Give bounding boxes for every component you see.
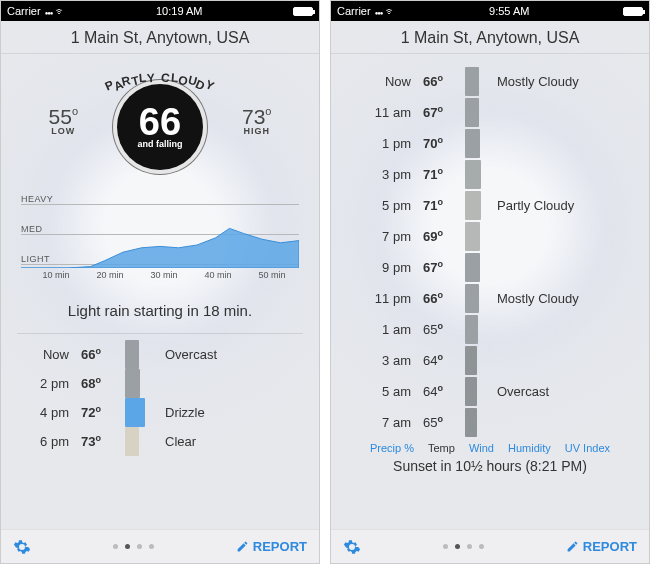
tab-uv[interactable]: UV Index: [565, 442, 610, 454]
hour-condition: Drizzle: [157, 405, 291, 420]
address-bar[interactable]: 1 Main St, Anytown, USA: [1, 21, 319, 54]
hour-row[interactable]: 9 pm67o: [367, 252, 613, 283]
hour-time: 3 am: [367, 353, 423, 368]
hour-time: 1 am: [367, 322, 423, 337]
hour-bar: [465, 408, 477, 437]
hour-condition: Mostly Cloudy: [489, 291, 613, 306]
hour-temp: 70o: [423, 135, 457, 151]
hour-row[interactable]: 1 am65o: [367, 314, 613, 345]
footer-bar: REPORT: [1, 529, 319, 563]
hour-bar: [465, 253, 480, 282]
hour-row[interactable]: 6 pm73oClear: [29, 427, 291, 456]
precip-area: [21, 196, 299, 268]
hour-temp: 71o: [423, 166, 457, 182]
hour-time: 1 pm: [367, 136, 423, 151]
hour-row[interactable]: 3 pm71o: [367, 159, 613, 190]
address-bar[interactable]: 1 Main St, Anytown, USA: [331, 21, 649, 54]
clock-label: 10:19 AM: [156, 5, 202, 17]
page-dot[interactable]: [467, 544, 472, 549]
hour-bar: [465, 191, 481, 220]
hour-bar: [465, 129, 480, 158]
hour-row[interactable]: 3 am64o: [367, 345, 613, 376]
hour-time: 4 pm: [29, 405, 81, 420]
tab-precip[interactable]: Precip %: [370, 442, 414, 454]
hour-bar: [125, 340, 139, 369]
hour-time: Now: [367, 74, 423, 89]
hour-bar: [125, 369, 140, 398]
carrier-label: Carrier: [337, 5, 371, 17]
hour-time: 2 pm: [29, 376, 81, 391]
status-bar: Carrier ᯤ 9:55 AM: [331, 1, 649, 21]
metric-tabs: Precip % Temp Wind Humidity UV Index: [331, 440, 649, 456]
page-dot[interactable]: [113, 544, 118, 549]
page-dots[interactable]: [113, 544, 154, 549]
page-dot[interactable]: [443, 544, 448, 549]
hour-condition: Partly Cloudy: [489, 198, 613, 213]
hour-row[interactable]: Now66oOvercast: [29, 340, 291, 369]
hour-condition: Overcast: [489, 384, 613, 399]
hour-time: Now: [29, 347, 81, 362]
chart-x-tick: 40 min: [191, 270, 245, 280]
hour-row[interactable]: 7 am65o: [367, 407, 613, 438]
hour-row[interactable]: 5 pm71oPartly Cloudy: [367, 190, 613, 221]
footer-bar: REPORT: [331, 529, 649, 563]
page-dot[interactable]: [125, 544, 130, 549]
hour-time: 11 pm: [367, 291, 423, 306]
hour-row[interactable]: 5 am64oOvercast: [367, 376, 613, 407]
chart-x-tick: 50 min: [245, 270, 299, 280]
hour-bar: [465, 222, 480, 251]
page-dot[interactable]: [137, 544, 142, 549]
hour-temp: 68o: [81, 375, 117, 391]
hour-bar: [465, 377, 477, 406]
hourly-forecast[interactable]: Now66oOvercast2 pm68o4 pm72oDrizzle6 pm7…: [29, 340, 291, 456]
page-dot[interactable]: [455, 544, 460, 549]
hour-temp: 67o: [423, 104, 457, 120]
hour-time: 5 am: [367, 384, 423, 399]
hour-time: 7 pm: [367, 229, 423, 244]
high-temp: 73o HIGH: [242, 106, 271, 136]
wifi-icon: ᯤ: [375, 5, 396, 17]
hour-bar: [465, 67, 479, 96]
tab-temp[interactable]: Temp: [428, 442, 455, 454]
divider: [17, 333, 303, 334]
battery-icon: [623, 7, 643, 16]
gear-icon: [343, 538, 361, 556]
hour-condition: Mostly Cloudy: [489, 74, 613, 89]
hour-temp: 71o: [423, 197, 457, 213]
hour-temp: 69o: [423, 228, 457, 244]
hour-temp: 73o: [81, 433, 117, 449]
hour-temp: 65o: [423, 414, 457, 430]
gear-icon: [13, 538, 31, 556]
hour-row[interactable]: 11 pm66oMostly Cloudy: [367, 283, 613, 314]
report-button[interactable]: REPORT: [566, 539, 637, 554]
hour-time: 3 pm: [367, 167, 423, 182]
hour-time: 5 pm: [367, 198, 423, 213]
precip-chart: HEAVY MED LIGHT 10 min20 min30 min40 min…: [21, 196, 299, 292]
status-bar: Carrier ᯤ 10:19 AM: [1, 1, 319, 21]
hour-row[interactable]: 1 pm70o: [367, 128, 613, 159]
hour-row[interactable]: 7 pm69o: [367, 221, 613, 252]
settings-button[interactable]: [13, 538, 31, 556]
hour-temp: 64o: [423, 383, 457, 399]
hour-row[interactable]: 2 pm68o: [29, 369, 291, 398]
hour-bar: [125, 398, 145, 427]
hour-row[interactable]: 4 pm72oDrizzle: [29, 398, 291, 427]
hourly-forecast[interactable]: Now66oMostly Cloudy11 am67o1 pm70o3 pm71…: [367, 66, 613, 438]
hour-bar: [465, 284, 479, 313]
page-dot[interactable]: [149, 544, 154, 549]
hour-row[interactable]: Now66oMostly Cloudy: [367, 66, 613, 97]
hour-row[interactable]: 11 am67o: [367, 97, 613, 128]
tab-wind[interactable]: Wind: [469, 442, 494, 454]
page-dot[interactable]: [479, 544, 484, 549]
settings-button[interactable]: [343, 538, 361, 556]
hour-temp: 66o: [423, 290, 457, 306]
report-button[interactable]: REPORT: [236, 539, 307, 554]
hour-bar: [465, 346, 477, 375]
condition-arc-text: PARTLY CLOUDY: [90, 72, 230, 84]
tab-humidity[interactable]: Humidity: [508, 442, 551, 454]
chart-x-labels: 10 min20 min30 min40 min50 min: [29, 270, 299, 280]
current-conditions: 55o LOW PARTLY CLOUDY 66 and falling 73o…: [1, 54, 319, 178]
clock-label: 9:55 AM: [489, 5, 529, 17]
hour-bar: [125, 427, 139, 456]
page-dots[interactable]: [443, 544, 484, 549]
